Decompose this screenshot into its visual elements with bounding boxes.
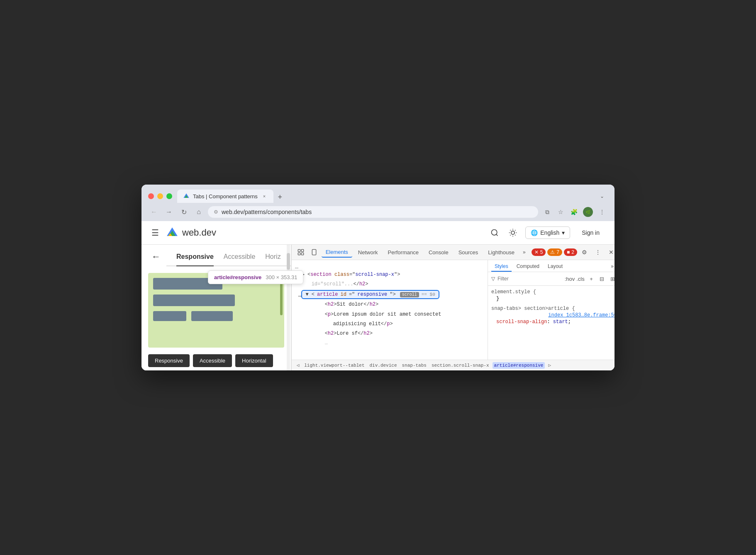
svg-line-15 xyxy=(515,230,516,231)
html-line-section[interactable]: ▶ <section class="scroll-snap-x"> xyxy=(292,270,488,280)
html-line-h2-lore[interactable]: <h2>Lore sf</h2> xyxy=(292,329,488,338)
theme-toggle-button[interactable] xyxy=(507,227,519,239)
active-tab[interactable]: Tabs | Component patterns × xyxy=(177,190,273,203)
dt-warning-badge[interactable]: ⚠ 7 xyxy=(547,248,562,256)
device-toolbar-button[interactable] xyxy=(308,246,320,258)
page-back-button[interactable]: ← xyxy=(151,251,161,262)
dt-error-badge[interactable]: ✕ 5 xyxy=(532,248,546,256)
dt-more-tabs-button[interactable]: » xyxy=(520,248,528,257)
breadcrumb-viewport[interactable]: light.viewport--tablet xyxy=(302,362,366,369)
html-line-article[interactable]: ▼ <article id="responsive"> scroll == $0 xyxy=(301,290,439,299)
traffic-lights xyxy=(148,193,172,199)
tab-accessible[interactable]: Accessible xyxy=(224,253,255,265)
sign-in-button[interactable]: Sign in xyxy=(577,227,605,239)
language-label: English xyxy=(540,229,559,236)
html-line-more[interactable]: … xyxy=(292,338,488,348)
preview-block-2 xyxy=(153,295,235,306)
browser-more-button[interactable]: ⋮ xyxy=(596,206,608,218)
breadcrumb-article[interactable]: article#responsive xyxy=(493,362,545,369)
demo-accessible-button[interactable]: Accessible xyxy=(193,354,232,367)
page-content: ☰ web.dev 🌐 xyxy=(141,221,615,370)
dt-close-button[interactable]: ✕ xyxy=(605,246,615,258)
home-button[interactable]: ⌂ xyxy=(193,206,205,218)
extensions-button[interactable]: 🧩 xyxy=(568,206,580,218)
dt-tab-elements[interactable]: Elements xyxy=(322,247,352,258)
devtools-content: … ▶ <section class="scroll-snap-x"> id="… xyxy=(292,260,615,360)
html-line-h2-sit[interactable]: <h2>Sit dolor</h2> xyxy=(292,300,488,309)
preview-block-small-2 xyxy=(191,311,233,321)
tab-responsive[interactable]: Responsive xyxy=(176,253,214,265)
dt-tab-performance[interactable]: Performance xyxy=(384,248,423,257)
new-tab-button[interactable]: + xyxy=(274,191,286,203)
profile-avatar[interactable]: 🌿 xyxy=(583,207,593,217)
dt-info-badge[interactable]: ■ 2 xyxy=(564,248,577,256)
demo-horizontal-button[interactable]: Horizontal xyxy=(235,354,273,367)
snap-tabs-rule: snap-tabs> section>article { index_1c583… xyxy=(491,306,615,325)
tab-horizontal[interactable]: Horiz xyxy=(265,253,280,265)
svg-rect-19 xyxy=(301,253,303,255)
warning-icon: ⚠ xyxy=(550,249,555,255)
style-icon1[interactable]: ⊟ xyxy=(598,275,606,283)
logo-icon xyxy=(166,226,179,239)
warning-count: ⚠ 7 xyxy=(547,248,562,256)
add-style-button[interactable]: + xyxy=(587,275,595,283)
site-logo[interactable]: web.dev xyxy=(166,226,216,239)
styles-filter-bar: ▽ :hov .cls + ⊟ ⊞ xyxy=(488,272,615,286)
style-source: index_1c583…8e.frame:50 xyxy=(491,312,615,318)
svg-line-10 xyxy=(510,230,511,231)
breadcrumb-snap-tabs[interactable]: snap-tabs xyxy=(400,362,428,369)
breadcrumb-arrow-left[interactable]: ◁ xyxy=(295,362,301,369)
html-line-p-lorem[interactable]: <p>Lorem ipsum dolor sit amet consectet xyxy=(292,310,488,319)
styles-tab-styles[interactable]: Styles xyxy=(491,262,512,272)
element-select-button[interactable] xyxy=(295,246,307,258)
styles-more-tabs-button[interactable]: » xyxy=(607,262,615,272)
styles-tab-layout[interactable]: Layout xyxy=(544,262,566,272)
tab-close-button[interactable]: × xyxy=(261,193,268,200)
traffic-light-green[interactable] xyxy=(166,193,172,199)
dt-more-button[interactable]: ⋮ xyxy=(592,246,604,258)
style-source-link[interactable]: index_1c583…8e.frame:50 xyxy=(548,312,615,318)
forward-button[interactable]: → xyxy=(163,206,175,218)
bookmark-button[interactable]: ☆ xyxy=(555,206,566,218)
back-button[interactable]: ← xyxy=(148,206,160,218)
traffic-light-yellow[interactable] xyxy=(157,193,163,199)
info-icon: ■ xyxy=(567,249,570,255)
tab-list-chevron[interactable]: ⌄ xyxy=(596,190,608,202)
error-count: ✕ 5 xyxy=(532,248,546,256)
elements-expand-button[interactable]: … xyxy=(292,263,302,270)
cls-button[interactable]: .cls xyxy=(576,275,585,283)
breadcrumb-div[interactable]: div.device xyxy=(368,362,399,369)
html-line-id-scroll[interactable]: id="scroll"...</h2> xyxy=(292,280,488,289)
search-button[interactable] xyxy=(489,227,500,239)
dt-tab-console[interactable]: Console xyxy=(424,248,453,257)
elements-more-button[interactable]: … xyxy=(295,292,302,298)
breadcrumb-arrow-right[interactable]: ▷ xyxy=(546,362,553,369)
demo-responsive-button[interactable]: Responsive xyxy=(148,354,190,367)
language-button[interactable]: 🌐 English ▾ xyxy=(525,226,570,239)
open-in-new-tab-button[interactable]: ⧉ xyxy=(541,206,553,218)
address-settings-icon: ⚙ xyxy=(214,209,218,215)
address-input[interactable]: ⚙ web.dev/patterns/components/tabs xyxy=(208,206,538,218)
dt-breadcrumb: ◁ light.viewport--tablet div.device snap… xyxy=(292,360,615,370)
hov-button[interactable]: :hov xyxy=(566,275,574,283)
dt-tab-sources[interactable]: Sources xyxy=(454,248,483,257)
dt-tab-lighthouse[interactable]: Lighthouse xyxy=(484,248,519,257)
svg-point-5 xyxy=(492,230,497,235)
traffic-light-red[interactable] xyxy=(148,193,154,199)
styles-tab-computed[interactable]: Computed xyxy=(513,262,543,272)
breadcrumb-section[interactable]: section.scroll-snap-x xyxy=(430,362,491,369)
html-line-p-lorem2[interactable]: adipisicing elit</p> xyxy=(292,319,488,329)
style-icon2[interactable]: ⊞ xyxy=(609,275,615,283)
dt-tab-network[interactable]: Network xyxy=(354,248,382,257)
snap-tabs-props: scroll-snap-align: start; xyxy=(491,319,615,325)
styles-panel: Styles Computed Layout » ▽ :hov .cls + xyxy=(488,260,615,360)
refresh-button[interactable]: ↻ xyxy=(178,206,190,218)
dt-settings-button[interactable]: ⚙ xyxy=(579,246,590,258)
preview-area xyxy=(148,273,284,348)
browser-window: Tabs | Component patterns × + ⌄ ← → ↻ ⌂ … xyxy=(141,185,615,370)
page-scrollbar[interactable] xyxy=(287,245,290,370)
elements-panel: … ▶ <section class="scroll-snap-x"> id="… xyxy=(292,260,488,360)
styles-filter-input[interactable] xyxy=(497,276,563,282)
menu-button[interactable]: ☰ xyxy=(151,228,159,238)
svg-rect-16 xyxy=(298,249,300,251)
